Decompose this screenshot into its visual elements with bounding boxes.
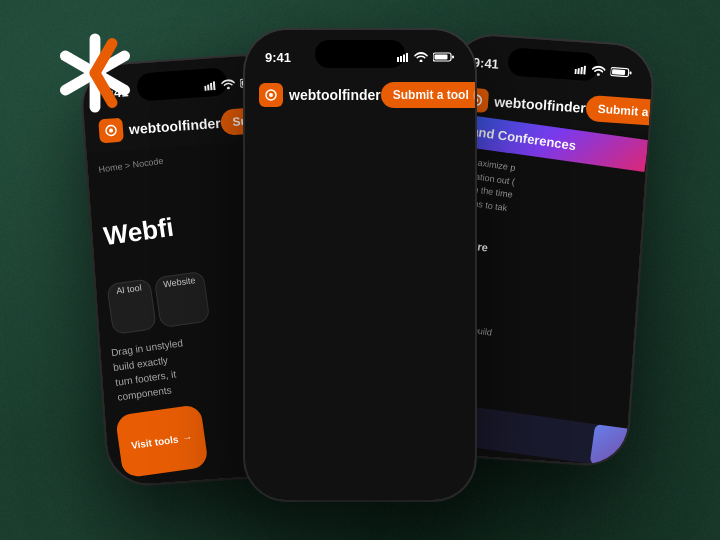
svg-rect-21 (612, 69, 625, 75)
svg-rect-31 (435, 55, 448, 60)
svg-rect-26 (400, 56, 402, 62)
submit-btn-label-right: Submit a tool (597, 102, 654, 121)
svg-rect-17 (580, 66, 583, 74)
phone-center-status: 9:41 (245, 30, 475, 74)
brand-center: webtoolfinder (259, 83, 381, 107)
phone-center: 9:41 webtoolfinder (245, 30, 475, 500)
svg-rect-22 (629, 71, 631, 74)
svg-rect-8 (213, 81, 216, 90)
visit-btn-left[interactable]: Visit tools → (115, 404, 209, 479)
svg-rect-25 (397, 57, 399, 62)
submit-btn-right[interactable]: Submit a tool ✕ (585, 95, 655, 129)
brand-icon-left (98, 118, 124, 144)
visit-btn-label: Visit tools (130, 433, 179, 451)
status-time-center: 9:41 (265, 50, 291, 65)
svg-point-14 (109, 128, 113, 132)
svg-rect-18 (583, 65, 586, 74)
submit-circle-center: ✕ (473, 87, 475, 103)
mini-card-image (590, 424, 635, 466)
hero-section-center: ✦ The #1 webtool finder I am looking for… (245, 116, 360, 500)
visit-arrow-icon: → (181, 431, 192, 443)
dynamic-island-center (315, 40, 405, 68)
status-time-right: 9:41 (472, 54, 499, 71)
svg-point-34 (269, 93, 273, 97)
brand-icon-center (259, 83, 283, 107)
tag-website: Website (153, 270, 210, 328)
svg-rect-7 (210, 82, 213, 90)
svg-point-19 (597, 73, 600, 76)
brand-text-center: webtoolfinder (289, 87, 381, 103)
svg-rect-32 (452, 56, 454, 59)
svg-rect-6 (207, 84, 209, 90)
submit-btn-center[interactable]: Submit a tool ✕ (381, 82, 475, 108)
submit-btn-label-center: Submit a tool (393, 88, 469, 102)
svg-rect-5 (204, 85, 206, 90)
status-icons-center (397, 52, 455, 62)
svg-point-29 (420, 60, 423, 63)
asterisk-logo (50, 28, 140, 118)
svg-point-9 (227, 87, 230, 90)
svg-rect-15 (574, 68, 576, 73)
svg-rect-27 (403, 54, 405, 62)
svg-rect-16 (577, 68, 579, 74)
brand-text-right: webtoolfinder (494, 93, 587, 115)
brand-right: webtoolfinder (463, 87, 586, 119)
brand-text-left: webtoolfinder (128, 115, 221, 137)
svg-rect-28 (406, 53, 408, 62)
tag-ai: AI tool (106, 278, 156, 335)
phone-center-navbar: webtoolfinder Submit a tool ✕ (245, 74, 475, 116)
hashtag-line: ✦ The #1 webtool finder (245, 128, 261, 500)
